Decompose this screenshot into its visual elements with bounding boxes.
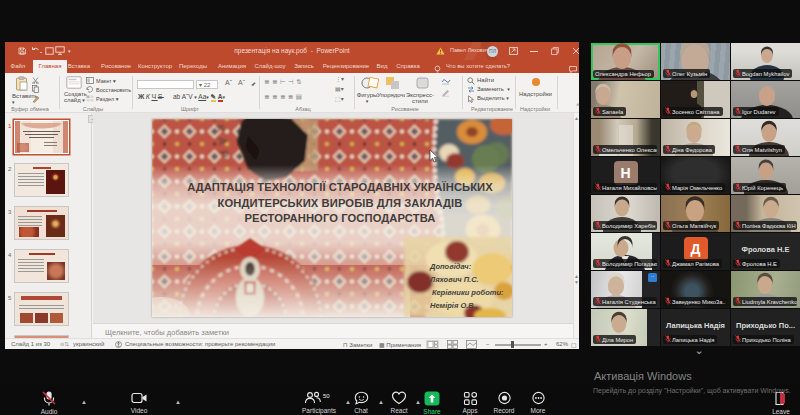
svg-text:50: 50: [323, 393, 330, 399]
